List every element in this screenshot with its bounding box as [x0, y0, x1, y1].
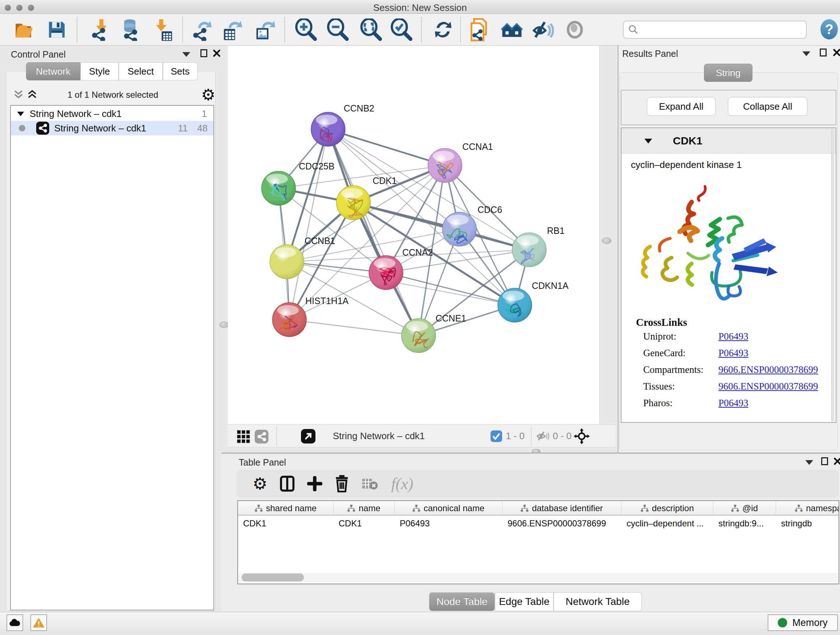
- table-cell[interactable]: stringdb:9...: [714, 517, 776, 530]
- column-header-namespace[interactable]: namespace: [776, 501, 839, 516]
- export-image-button[interactable]: [252, 18, 277, 42]
- network-snapshot-button[interactable]: [467, 18, 493, 42]
- right-splitter-handle[interactable]: [602, 238, 611, 244]
- show-all-button[interactable]: [562, 18, 587, 42]
- selected-checkbox-icon[interactable]: [491, 431, 502, 442]
- column-header-canonical-name[interactable]: canonical name: [395, 501, 502, 516]
- memory-button[interactable]: Memory: [767, 614, 838, 631]
- grid-view-icon[interactable]: [237, 430, 250, 443]
- column-header-description[interactable]: description: [622, 501, 714, 516]
- results-panel-maximize-icon[interactable]: [820, 49, 827, 57]
- delete-table-icon[interactable]: [362, 477, 378, 490]
- network-edge-HIST1H1A-CCNE1[interactable]: [289, 320, 418, 336]
- left-splitter-handle[interactable]: [219, 321, 229, 328]
- network-edge-CCNB2-HIST1H1A[interactable]: [289, 129, 328, 320]
- network-node-HIST1H1A[interactable]: HIST1H1A: [272, 296, 349, 337]
- network-node-CCNA1[interactable]: CCNA1: [428, 141, 493, 182]
- table-hscrollbar[interactable]: [239, 573, 838, 582]
- import-network-file-button[interactable]: [88, 18, 113, 42]
- table-panel-close-icon[interactable]: [834, 457, 840, 465]
- table-cell[interactable]: 9606.ENSP00000378699: [502, 517, 622, 530]
- expand-all-button[interactable]: Expand All: [647, 97, 715, 116]
- table-cell[interactable]: P06493: [395, 517, 502, 530]
- open-session-button[interactable]: [11, 18, 37, 42]
- entry-header[interactable]: CDK1: [622, 128, 836, 154]
- table-settings-gear-icon[interactable]: ⚙: [253, 474, 267, 494]
- results-scrollbar[interactable]: [831, 130, 834, 421]
- results-panel-float-icon[interactable]: [802, 51, 810, 56]
- warnings-button[interactable]: [30, 614, 47, 631]
- network-node-CDKN1A[interactable]: CDKN1A: [498, 280, 569, 322]
- network-view-mode-icon[interactable]: [255, 430, 268, 443]
- table-cell[interactable]: CDK1: [238, 517, 333, 530]
- zoom-in-button[interactable]: [293, 18, 318, 42]
- table-panel-float-icon[interactable]: [805, 460, 813, 465]
- network-node-CDC25B[interactable]: CDC25B: [262, 161, 335, 205]
- control-panel-close-icon[interactable]: [213, 49, 221, 57]
- show-columns-icon[interactable]: [279, 475, 295, 492]
- import-table-button[interactable]: [150, 18, 175, 42]
- collapse-all-icon[interactable]: [13, 89, 24, 100]
- hide-selected-button[interactable]: [531, 18, 556, 42]
- tab-select[interactable]: Select: [118, 62, 163, 80]
- delete-column-trash-icon[interactable]: [335, 475, 349, 492]
- network-node-CCNB1[interactable]: CCNB1: [270, 236, 335, 279]
- birds-eye-crosshair-icon[interactable]: [574, 428, 590, 444]
- crosslink-link[interactable]: P06493: [718, 331, 748, 342]
- zoom-out-button[interactable]: [325, 18, 350, 42]
- tab-style[interactable]: Style: [80, 62, 118, 80]
- table-cell[interactable]: CDK1: [333, 517, 395, 530]
- crosslink-link[interactable]: P06493: [718, 397, 748, 409]
- network-edge-CCNA2-CDKN1A[interactable]: [386, 272, 515, 305]
- results-panel-close-icon[interactable]: [833, 49, 840, 57]
- export-network-button[interactable]: [189, 18, 215, 42]
- network-options-gear-icon[interactable]: ⚙: [201, 86, 215, 104]
- table-panel-maximize-icon[interactable]: [821, 457, 828, 465]
- zoom-selected-button[interactable]: [388, 18, 414, 42]
- column-header--id[interactable]: @id: [714, 501, 776, 516]
- network-collection-row[interactable]: String Network – cdk1 1: [11, 106, 213, 121]
- function-builder-icon[interactable]: f(x): [391, 475, 413, 493]
- detach-view-icon[interactable]: [301, 429, 316, 443]
- tab-network[interactable]: Network: [26, 62, 80, 80]
- tab-sets[interactable]: Sets: [163, 62, 197, 80]
- table-cell[interactable]: cyclin–dependent ...: [622, 517, 714, 530]
- column-header-database-identifier[interactable]: database identifier: [502, 501, 622, 516]
- crosslink-link[interactable]: 9606.ENSP00000378699: [718, 364, 818, 375]
- crosslink-link[interactable]: 9606.ENSP00000378699: [718, 381, 818, 392]
- node-label-CCNB1: CCNB1: [305, 236, 335, 246]
- table-cell[interactable]: stringdb: [776, 517, 839, 530]
- network-edge-CCNB2-CCNA1[interactable]: [328, 129, 445, 165]
- control-panel-float-icon[interactable]: [182, 52, 190, 57]
- crosslink-link[interactable]: P06493: [718, 348, 748, 359]
- toolbar-separator: [182, 17, 183, 42]
- expand-all-icon[interactable]: [27, 89, 38, 100]
- tab-string[interactable]: String: [704, 64, 752, 82]
- help-button[interactable]: ?: [821, 19, 838, 40]
- entry-collapse-triangle-icon[interactable]: [644, 138, 653, 144]
- table-hscrollbar-thumb[interactable]: [242, 573, 304, 581]
- cloud-button[interactable]: [6, 614, 23, 631]
- string-home-button[interactable]: [499, 18, 524, 42]
- network-edge-CDK1-RB1[interactable]: [354, 203, 529, 250]
- network-node-RB1[interactable]: RB1: [512, 226, 565, 267]
- network-tree: String Network – cdk1 1 String Network –…: [10, 105, 214, 610]
- save-session-button[interactable]: [44, 18, 69, 42]
- column-header-shared-name[interactable]: shared name: [238, 501, 333, 516]
- zoom-fit-button[interactable]: [358, 18, 384, 42]
- zoom-selected-icon: [390, 19, 412, 41]
- collapse-triangle-icon[interactable]: [17, 111, 25, 117]
- network-row-selected[interactable]: String Network – cdk1 11 48: [11, 121, 213, 135]
- tab-node-table[interactable]: Node Table: [429, 592, 495, 611]
- refresh-button[interactable]: [431, 18, 456, 42]
- column-header-name[interactable]: name: [333, 501, 395, 516]
- search-input[interactable]: [623, 21, 807, 39]
- add-column-icon[interactable]: [307, 475, 322, 492]
- tab-edge-table[interactable]: Edge Table: [495, 592, 554, 611]
- export-table-button[interactable]: [219, 18, 245, 42]
- control-panel-maximize-icon[interactable]: [201, 49, 207, 57]
- tab-network-table[interactable]: Network Table: [554, 592, 642, 611]
- collapse-all-button[interactable]: Collapse All: [728, 97, 807, 116]
- network-view-canvas[interactable]: CCNB2CCNA1CDC25BCDK1CDC6RB1CCNB1CCNA2CDK…: [228, 46, 600, 424]
- import-network-database-button[interactable]: [118, 18, 143, 42]
